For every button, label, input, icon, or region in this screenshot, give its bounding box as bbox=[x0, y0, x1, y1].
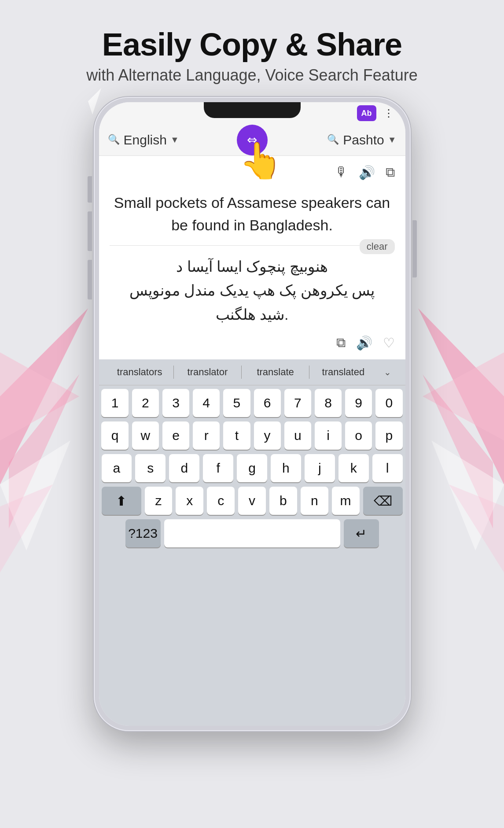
key-d[interactable]: d bbox=[169, 454, 199, 482]
key-j[interactable]: j bbox=[305, 454, 335, 482]
key-y[interactable]: y bbox=[254, 421, 281, 450]
key-6[interactable]: 6 bbox=[254, 389, 281, 417]
source-text: Small pockets of Assamese speakers can b… bbox=[110, 187, 395, 245]
translation-panel: 🎙 🔊 ⧉ Small pockets of Assamese speakers… bbox=[99, 156, 405, 359]
svg-marker-9 bbox=[449, 484, 504, 573]
source-language-selector[interactable]: English ▼ bbox=[124, 133, 179, 148]
svg-marker-4 bbox=[0, 484, 53, 573]
source-search-icon[interactable]: 🔍 bbox=[108, 134, 120, 146]
key-e[interactable]: e bbox=[162, 421, 189, 450]
target-search-icon[interactable]: 🔍 bbox=[327, 134, 339, 146]
target-action-icons: ⧉ 🔊 ♡ bbox=[110, 332, 395, 352]
key-u[interactable]: u bbox=[284, 421, 311, 450]
space-key[interactable] bbox=[164, 519, 340, 547]
phone-button-silent bbox=[88, 176, 92, 203]
phone-body: Ab ⋮ 🔍 English ▼ ⇔ 👆 bbox=[94, 97, 411, 731]
key-n[interactable]: n bbox=[301, 487, 328, 515]
key-7[interactable]: 7 bbox=[284, 389, 311, 417]
suggestion-2[interactable]: translator bbox=[174, 363, 241, 381]
key-p[interactable]: p bbox=[375, 421, 402, 450]
key-q[interactable]: q bbox=[101, 421, 128, 450]
key-w[interactable]: w bbox=[132, 421, 159, 450]
svg-marker-2 bbox=[9, 374, 79, 529]
phone-notch bbox=[204, 102, 301, 118]
key-1[interactable]: 1 bbox=[101, 389, 128, 417]
phone-button-vol-up bbox=[88, 211, 92, 251]
translation-divider: clear bbox=[110, 245, 395, 246]
key-r[interactable]: r bbox=[193, 421, 220, 450]
phone-mockup: Ab ⋮ 🔍 English ▼ ⇔ 👆 bbox=[94, 97, 411, 731]
key-4[interactable]: 4 bbox=[193, 389, 220, 417]
overflow-menu-icon[interactable]: ⋮ bbox=[383, 107, 395, 119]
target-text: هنوبیچ پنچوک ایسا آیسا د پس یکروهن پک هپ… bbox=[110, 248, 395, 332]
key-z[interactable]: z bbox=[145, 487, 173, 515]
svg-marker-8 bbox=[431, 440, 504, 551]
suggestion-3[interactable]: translate bbox=[242, 363, 309, 381]
key-m[interactable]: m bbox=[332, 487, 360, 515]
svg-marker-3 bbox=[0, 440, 70, 551]
target-language-selector[interactable]: 🔍 Pashto ▼ bbox=[327, 133, 396, 148]
key-v[interactable]: v bbox=[238, 487, 266, 515]
favorite-icon[interactable]: ♡ bbox=[383, 335, 395, 351]
phone-button-vol-down bbox=[88, 260, 92, 299]
suggestion-4[interactable]: translated bbox=[309, 363, 377, 381]
app-screen: 🔍 English ▼ ⇔ 👆 🔍 Pashto bbox=[99, 124, 405, 726]
keyboard-row-z: ⬆ z x c v b n m ⌫ bbox=[102, 487, 403, 515]
key-a[interactable]: a bbox=[102, 454, 132, 482]
clear-button[interactable]: clear bbox=[360, 239, 395, 254]
key-l[interactable]: l bbox=[372, 454, 403, 482]
key-k[interactable]: k bbox=[338, 454, 369, 482]
svg-marker-1 bbox=[0, 352, 79, 440]
microphone-icon[interactable]: 🎙 bbox=[335, 165, 348, 180]
key-s[interactable]: s bbox=[135, 454, 166, 482]
svg-marker-7 bbox=[423, 374, 493, 529]
key-2[interactable]: 2 bbox=[132, 389, 159, 417]
main-title: Easily Copy & Share bbox=[0, 26, 504, 63]
suggestion-1[interactable]: translators bbox=[106, 363, 173, 381]
backspace-key[interactable]: ⌫ bbox=[363, 487, 403, 515]
keyboard-row-space: ?123 ↵ bbox=[102, 519, 403, 547]
target-language-dropdown-arrow: ▼ bbox=[388, 135, 397, 145]
key-9[interactable]: 9 bbox=[345, 389, 372, 417]
suggestions-expand-icon[interactable]: ⌄ bbox=[377, 363, 398, 381]
keyboard-suggestions-bar: translators translator translate transla… bbox=[99, 359, 405, 385]
subtitle: with Alternate Language, Voice Search Fe… bbox=[0, 66, 504, 85]
svg-marker-5 bbox=[418, 308, 504, 484]
swap-icon: ⇔ bbox=[247, 133, 257, 147]
key-g[interactable]: g bbox=[237, 454, 267, 482]
phone-button-power bbox=[412, 220, 417, 277]
app-icon-ab: Ab bbox=[357, 105, 376, 121]
language-bar: 🔍 English ▼ ⇔ 👆 🔍 Pashto bbox=[99, 124, 405, 156]
key-b[interactable]: b bbox=[269, 487, 297, 515]
key-f[interactable]: f bbox=[203, 454, 233, 482]
swap-languages-button[interactable]: ⇔ bbox=[237, 125, 268, 155]
shift-key[interactable]: ⬆ bbox=[102, 487, 141, 515]
target-language-name: Pashto bbox=[343, 133, 384, 148]
copy-target-icon[interactable]: ⧉ bbox=[336, 335, 346, 351]
key-x[interactable]: x bbox=[176, 487, 203, 515]
key-o[interactable]: o bbox=[345, 421, 372, 450]
keyboard-row-q: q w e r t y u i o p bbox=[102, 421, 403, 450]
svg-marker-0 bbox=[0, 308, 88, 484]
phone-screen: Ab ⋮ 🔍 English ▼ ⇔ 👆 bbox=[99, 102, 405, 726]
speaker-target-icon[interactable]: 🔊 bbox=[356, 335, 372, 351]
svg-marker-6 bbox=[423, 352, 504, 440]
speaker-icon[interactable]: 🔊 bbox=[359, 165, 375, 180]
source-language-name: English bbox=[124, 133, 167, 148]
copy-source-icon[interactable]: ⧉ bbox=[386, 165, 395, 180]
key-c[interactable]: c bbox=[207, 487, 235, 515]
keyboard-row-numbers: 1 2 3 4 5 6 7 8 9 0 bbox=[102, 389, 403, 417]
key-i[interactable]: i bbox=[315, 421, 342, 450]
symbols-key[interactable]: ?123 bbox=[125, 519, 161, 547]
source-action-icons: 🎙 🔊 ⧉ bbox=[110, 165, 395, 180]
key-h[interactable]: h bbox=[271, 454, 301, 482]
key-0[interactable]: 0 bbox=[375, 389, 402, 417]
key-5[interactable]: 5 bbox=[223, 389, 250, 417]
keyboard-row-a: a s d f g h j k l bbox=[102, 454, 403, 482]
key-t[interactable]: t bbox=[223, 421, 250, 450]
key-8[interactable]: 8 bbox=[315, 389, 342, 417]
keyboard: 1 2 3 4 5 6 7 8 9 0 q w bbox=[99, 385, 405, 726]
enter-key[interactable]: ↵ bbox=[344, 519, 379, 547]
source-language-dropdown-arrow: ▼ bbox=[170, 135, 179, 145]
key-3[interactable]: 3 bbox=[162, 389, 189, 417]
